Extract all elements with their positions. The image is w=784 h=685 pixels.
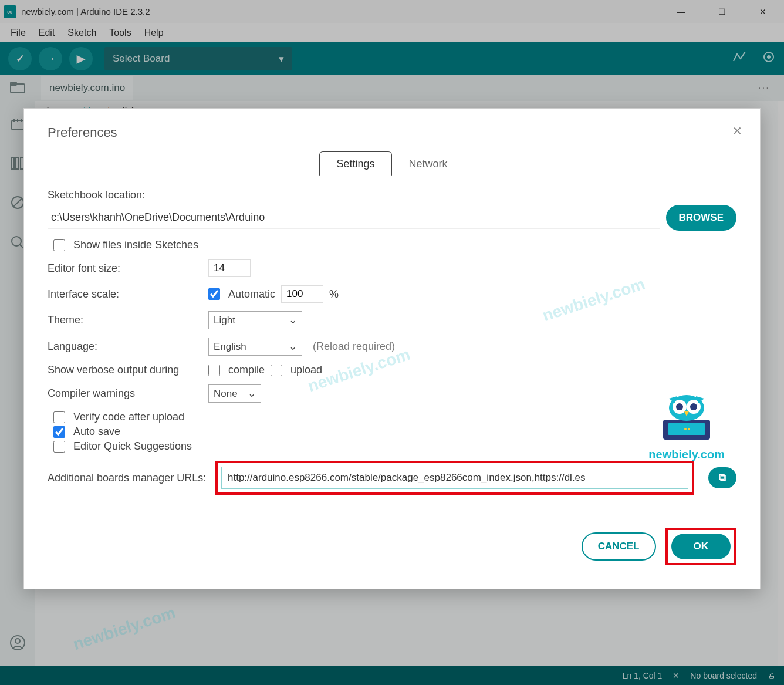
autosave-checkbox[interactable] xyxy=(53,426,65,438)
verbose-label: Show verbose output during xyxy=(48,364,202,376)
theme-label: Theme: xyxy=(48,314,202,326)
svg-point-19 xyxy=(684,428,687,430)
ok-highlight: OK xyxy=(665,528,737,565)
sketchbook-location-input[interactable] xyxy=(48,207,660,229)
close-icon[interactable]: ✕ xyxy=(732,124,742,138)
autosave-label: Auto save xyxy=(73,426,120,438)
logo-caption: newbiely.com xyxy=(648,448,725,461)
ok-button[interactable]: OK xyxy=(671,534,731,559)
sketchbook-location-label: Sketchbook location: xyxy=(48,189,736,201)
language-label: Language: xyxy=(48,340,202,353)
compiler-warnings-select[interactable]: None ⌄ xyxy=(208,384,261,403)
verbose-upload-label: upload xyxy=(290,364,322,376)
svg-point-20 xyxy=(688,428,690,430)
svg-point-25 xyxy=(690,403,697,410)
font-size-input[interactable] xyxy=(208,259,251,277)
tab-settings[interactable]: Settings xyxy=(319,151,391,176)
browse-button[interactable]: BROWSE xyxy=(666,205,737,231)
language-value: English xyxy=(214,341,246,353)
interface-scale-label: Interface scale: xyxy=(48,288,202,301)
scale-auto-checkbox[interactable] xyxy=(208,288,220,300)
compiler-warnings-label: Compiler warnings xyxy=(48,387,202,400)
verify-after-upload-label: Verify code after upload xyxy=(73,411,184,423)
verbose-compile-checkbox[interactable] xyxy=(208,365,220,376)
compiler-warnings-value: None xyxy=(214,388,238,400)
chevron-down-icon: ⌄ xyxy=(248,387,256,400)
quick-suggestions-label: Editor Quick Suggestions xyxy=(73,440,192,453)
show-files-label: Show files inside Sketches xyxy=(73,239,198,251)
scale-value-input[interactable] xyxy=(281,285,323,303)
cancel-button[interactable]: CANCEL xyxy=(582,532,656,561)
quick-suggestions-checkbox[interactable] xyxy=(53,441,65,453)
percent-label: % xyxy=(329,288,339,301)
verbose-compile-label: compile xyxy=(228,364,265,376)
svg-point-24 xyxy=(676,403,683,410)
preferences-dialog: Preferences ✕ Settings Network Sketchboo… xyxy=(23,108,761,589)
language-select[interactable]: English ⌄ xyxy=(208,338,302,356)
expand-icon: ⧉ xyxy=(719,472,726,483)
preferences-tabs: Settings Network xyxy=(48,151,736,176)
theme-select[interactable]: Light ⌄ xyxy=(208,311,302,329)
theme-value: Light xyxy=(214,315,235,326)
reload-note: (Reload required) xyxy=(313,340,395,353)
show-files-checkbox[interactable] xyxy=(53,239,65,251)
boards-urls-label: Additional boards manager URLs: xyxy=(48,472,212,484)
tab-network[interactable]: Network xyxy=(392,151,465,176)
expand-urls-button[interactable]: ⧉ xyxy=(708,467,736,488)
font-size-label: Editor font size: xyxy=(48,262,202,275)
boards-urls-highlight xyxy=(215,461,694,495)
chevron-down-icon: ⌄ xyxy=(289,314,297,326)
verbose-upload-checkbox[interactable] xyxy=(271,365,282,376)
boards-urls-input[interactable] xyxy=(221,467,688,489)
dialog-title: Preferences xyxy=(48,125,736,140)
verify-after-upload-checkbox[interactable] xyxy=(53,411,65,423)
scale-auto-label: Automatic xyxy=(228,288,275,301)
chevron-down-icon: ⌄ xyxy=(289,340,297,353)
newbiely-logo: newbiely.com xyxy=(648,390,725,461)
